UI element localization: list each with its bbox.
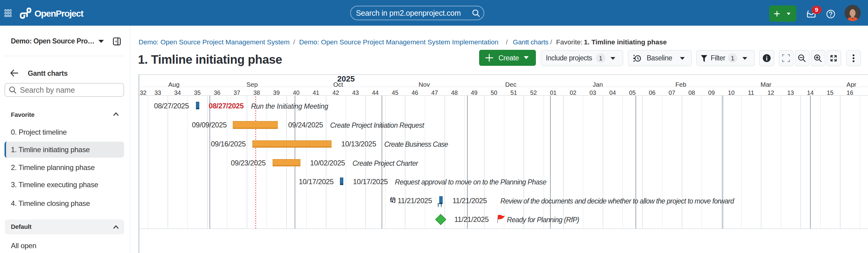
svg-text:i: i	[766, 55, 768, 62]
